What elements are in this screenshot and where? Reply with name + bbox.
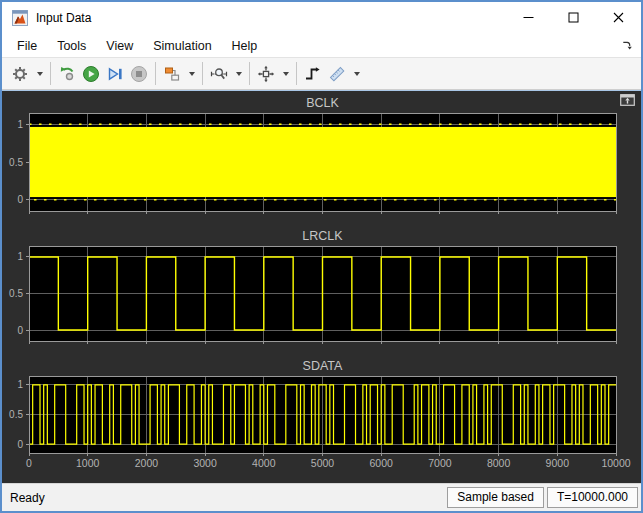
configuration-dropdown[interactable] bbox=[32, 61, 46, 87]
maximize-icon bbox=[568, 9, 579, 27]
plot-title: SDATA bbox=[303, 359, 343, 373]
status-bar: Ready Sample based T=10000.000 bbox=[2, 483, 641, 511]
step-forward-icon bbox=[106, 65, 124, 83]
stop-icon bbox=[130, 65, 148, 83]
span-dropdown[interactable] bbox=[278, 61, 292, 87]
simulink-blocks-icon bbox=[163, 65, 181, 83]
x-tick-label: 3000 bbox=[193, 457, 217, 469]
x-tick-label: 1000 bbox=[76, 457, 100, 469]
signal-band bbox=[29, 127, 616, 197]
x-tick-label: 5000 bbox=[311, 457, 335, 469]
close-button[interactable] bbox=[596, 2, 641, 34]
y-tick-label: 0 bbox=[17, 325, 23, 336]
menu-item-help[interactable]: Help bbox=[222, 34, 268, 57]
x-tick-label: 10000 bbox=[601, 457, 630, 469]
plot-lrclk: 00.51LRCLK bbox=[9, 229, 616, 344]
run-icon bbox=[82, 65, 100, 83]
maximize-axes-button[interactable] bbox=[620, 94, 635, 106]
chevron-down-icon bbox=[37, 72, 43, 76]
sample-mode-badge: Sample based bbox=[447, 487, 544, 508]
step-back-icon bbox=[58, 65, 76, 83]
fit-to-view-icon bbox=[257, 65, 275, 83]
simulink-highlight-dropdown[interactable] bbox=[184, 61, 198, 87]
window-up-arrow-icon bbox=[620, 94, 635, 106]
maximize-button[interactable] bbox=[551, 2, 596, 34]
toolbar-separator bbox=[249, 62, 250, 85]
scope-toolbar bbox=[2, 58, 641, 90]
ruler-icon bbox=[328, 65, 346, 83]
toolbar-separator bbox=[202, 62, 203, 85]
x-tick-label: 6000 bbox=[370, 457, 394, 469]
menu-item-tools[interactable]: Tools bbox=[47, 34, 96, 57]
close-icon bbox=[613, 9, 624, 27]
y-tick-label: 1 bbox=[17, 379, 23, 390]
menu-item-file[interactable]: File bbox=[7, 34, 47, 57]
x-tick-label: 7000 bbox=[428, 457, 452, 469]
minimize-icon bbox=[523, 9, 534, 27]
menu-item-simulation[interactable]: Simulation bbox=[143, 34, 221, 57]
window-controls bbox=[506, 2, 641, 34]
toolbar-separator bbox=[50, 62, 51, 85]
stop-button[interactable] bbox=[127, 61, 151, 87]
span-button[interactable] bbox=[254, 61, 278, 87]
run-button[interactable] bbox=[79, 61, 103, 87]
chevron-down-icon bbox=[189, 72, 195, 76]
y-tick-label: 0 bbox=[17, 439, 23, 450]
chevron-down-icon bbox=[236, 72, 242, 76]
window-title: Input Data bbox=[36, 11, 91, 25]
chevron-down-icon bbox=[283, 72, 289, 76]
trigger-icon bbox=[304, 65, 322, 83]
scope-display: 00.51BCLK00.51LRCLK00.510100020003000400… bbox=[2, 90, 641, 483]
toolbar-separator bbox=[155, 62, 156, 85]
x-tick-label: 9000 bbox=[546, 457, 570, 469]
y-tick-label: 1 bbox=[17, 119, 23, 130]
trigger-button[interactable] bbox=[301, 61, 325, 87]
y-tick-label: 1 bbox=[17, 251, 23, 262]
plot-title: BCLK bbox=[306, 96, 339, 110]
plot-sdata: 00.5101000200030004000500060007000800090… bbox=[9, 359, 631, 469]
measurements-button[interactable] bbox=[325, 61, 349, 87]
y-tick-label: 0.5 bbox=[9, 409, 23, 420]
signal-trace bbox=[29, 257, 616, 330]
step-forward-button[interactable] bbox=[103, 61, 127, 87]
zoom-button[interactable] bbox=[207, 61, 231, 87]
matlab-app-icon bbox=[12, 10, 28, 26]
x-tick-label: 4000 bbox=[252, 457, 276, 469]
status-text: Ready bbox=[10, 491, 45, 505]
zoom-dropdown[interactable] bbox=[231, 61, 245, 87]
x-tick-label: 2000 bbox=[135, 457, 159, 469]
minimize-button[interactable] bbox=[506, 2, 551, 34]
plot-title: LRCLK bbox=[302, 229, 343, 243]
x-tick-label: 8000 bbox=[487, 457, 511, 469]
dock-arrow-icon bbox=[621, 40, 632, 51]
measurements-dropdown[interactable] bbox=[349, 61, 363, 87]
gear-icon bbox=[11, 65, 29, 83]
chevron-down-icon bbox=[354, 72, 360, 76]
x-tick-label: 0 bbox=[26, 457, 32, 469]
menu-bar: File Tools View Simulation Help bbox=[2, 34, 641, 58]
toolbar-separator bbox=[296, 62, 297, 85]
y-tick-label: 0 bbox=[17, 194, 23, 205]
dock-figure-button[interactable] bbox=[621, 40, 632, 51]
y-tick-label: 0.5 bbox=[9, 288, 23, 299]
y-tick-label: 0.5 bbox=[9, 157, 23, 168]
step-back-button[interactable] bbox=[55, 61, 79, 87]
plot-bclk: 00.51BCLK bbox=[9, 96, 616, 214]
title-bar: Input Data bbox=[2, 2, 641, 34]
status-right: Sample based T=10000.000 bbox=[444, 487, 638, 508]
configuration-button[interactable] bbox=[8, 61, 32, 87]
scope-plot-area[interactable]: 00.51BCLK00.51LRCLK00.510100020003000400… bbox=[2, 91, 641, 483]
scope-window: Input Data File Tools View Simulati bbox=[0, 0, 643, 513]
menu-item-view[interactable]: View bbox=[96, 34, 143, 57]
sim-time-badge: T=10000.000 bbox=[547, 487, 638, 508]
simulink-highlight-button[interactable] bbox=[160, 61, 184, 87]
zoom-x-icon bbox=[210, 65, 228, 83]
